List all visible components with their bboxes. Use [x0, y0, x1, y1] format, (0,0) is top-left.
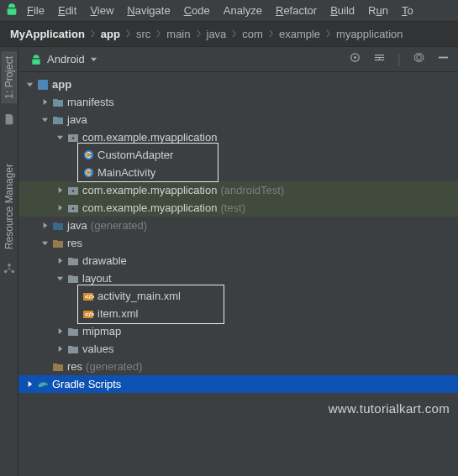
tree-node-java[interactable]: java: [18, 111, 458, 128]
crumb-app[interactable]: app: [97, 27, 124, 41]
svg-point-0: [8, 264, 11, 267]
folder-icon: [50, 238, 66, 248]
project-panel: Android | app manifests java com.example…: [18, 47, 458, 476]
tree-node-mainactivity[interactable]: MainActivity: [18, 164, 458, 181]
expand-down-icon: [39, 116, 50, 123]
chevron-right-icon: [268, 28, 274, 40]
svg-point-14: [72, 207, 75, 210]
folder-icon: [50, 221, 66, 231]
expand-right-icon: [54, 257, 66, 264]
svg-text:</>: </>: [85, 311, 94, 318]
xml-icon: </>: [81, 290, 96, 302]
crumb-java[interactable]: java: [203, 27, 230, 41]
project-tree[interactable]: app manifests java com.example.myapplica…: [18, 72, 458, 476]
android-studio-logo-icon: [5, 3, 18, 18]
tree-node-app[interactable]: app: [18, 76, 458, 93]
crumb-com[interactable]: com: [239, 27, 266, 41]
package-icon: [66, 133, 81, 143]
chevron-right-icon: [155, 28, 161, 40]
file-icon[interactable]: [3, 113, 15, 128]
expand-right-icon: [39, 222, 50, 229]
crumb-example[interactable]: example: [276, 27, 324, 41]
tree-node-drawable[interactable]: drawable: [18, 252, 458, 269]
tree-node-values[interactable]: values: [18, 340, 458, 358]
view-selector[interactable]: Android: [24, 51, 104, 67]
expand-right-icon: [54, 327, 66, 335]
tree-node-manifests[interactable]: manifests: [18, 93, 458, 111]
class-icon: [81, 149, 96, 160]
gradle-icon: [35, 379, 50, 390]
tree-node-gradle-scripts[interactable]: Gradle Scripts: [18, 375, 458, 393]
menu-build[interactable]: Build: [325, 3, 360, 18]
crumb-myapplication[interactable]: myapplication: [333, 27, 407, 41]
collapse-all-icon[interactable]: [373, 51, 386, 67]
view-selector-label: Android: [47, 53, 85, 65]
svg-point-12: [72, 190, 75, 192]
chevron-right-icon: [231, 28, 237, 40]
svg-rect-6: [38, 80, 48, 90]
triangle-down-icon: [90, 55, 97, 63]
svg-text:</>: </>: [85, 293, 94, 301]
folder-icon: [50, 115, 66, 125]
chevron-right-icon: [196, 28, 202, 40]
tree-node-mipmap[interactable]: mipmap: [18, 322, 458, 340]
chevron-right-icon: [90, 28, 96, 40]
tree-node-activity-main-xml[interactable]: </>activity_main.xml: [18, 287, 458, 305]
menu-code[interactable]: Code: [179, 3, 215, 18]
tree-node-customadapter[interactable]: CustomAdapter: [18, 146, 458, 164]
expand-down-icon: [54, 133, 66, 141]
expand-down-icon: [24, 81, 35, 88]
menu-run[interactable]: Run: [363, 3, 393, 18]
menu-refactor[interactable]: Refactor: [271, 3, 322, 18]
class-icon: [81, 167, 96, 178]
tree-node-pkg-main[interactable]: com.example.myapplication: [18, 128, 458, 146]
svg-point-4: [354, 56, 356, 59]
module-icon: [35, 79, 50, 91]
tree-node-item-xml[interactable]: </>item.xml: [18, 305, 458, 322]
svg-rect-5: [439, 57, 448, 59]
project-panel-toolbar: Android |: [18, 47, 458, 72]
expand-right-icon: [54, 186, 66, 194]
menu-view[interactable]: View: [85, 3, 118, 18]
chevron-right-icon: [325, 28, 331, 40]
expand-right-icon: [39, 98, 50, 106]
svg-point-8: [72, 137, 75, 139]
select-opened-file-icon[interactable]: [349, 51, 361, 67]
menu-analyze[interactable]: Analyze: [218, 3, 267, 18]
expand-down-icon: [39, 239, 50, 247]
expand-right-icon: [54, 204, 66, 212]
expand-right-icon: [24, 380, 35, 388]
expand-right-icon: [54, 345, 66, 353]
structure-icon[interactable]: [3, 263, 15, 278]
settings-icon[interactable]: [413, 51, 425, 67]
menu-tools[interactable]: To: [397, 3, 419, 18]
tree-node-pkg-test[interactable]: com.example.myapplication(test): [18, 199, 458, 217]
xml-icon: </>: [81, 308, 96, 320]
menu-file[interactable]: FFileile: [22, 3, 50, 18]
android-icon: [30, 54, 42, 65]
folder-icon: [50, 97, 66, 107]
menu-navigate[interactable]: Navigate: [122, 3, 175, 18]
tree-node-java-generated[interactable]: java(generated): [18, 217, 458, 234]
folder-icon: [66, 274, 81, 284]
hide-panel-icon[interactable]: [437, 51, 450, 67]
tool-tab-project[interactable]: 1: Project: [2, 52, 17, 103]
tool-tab-resource-manager[interactable]: Resource Manager: [3, 160, 16, 253]
tool-window-stripe-left: 1: Project Resource Manager: [0, 47, 18, 476]
expand-down-icon: [54, 275, 66, 282]
nav-breadcrumb: MyApplication app src main java com exam…: [0, 22, 458, 47]
tree-node-res-generated[interactable]: res(generated): [18, 358, 458, 375]
tree-node-res[interactable]: res: [18, 234, 458, 252]
folder-icon: [50, 362, 66, 372]
package-icon: [66, 203, 81, 213]
chevron-right-icon: [125, 28, 131, 40]
folder-icon: [66, 256, 81, 266]
crumb-main[interactable]: main: [163, 27, 193, 41]
crumb-project[interactable]: MyApplication: [7, 27, 88, 41]
tree-node-layout[interactable]: layout: [18, 269, 458, 287]
menu-bar: FFileile Edit View Navigate Code Analyze…: [0, 0, 458, 22]
tree-node-pkg-androidtest[interactable]: com.example.myapplication(androidTest): [18, 181, 458, 199]
folder-icon: [66, 344, 81, 354]
menu-edit[interactable]: Edit: [53, 3, 82, 18]
crumb-src[interactable]: src: [133, 27, 154, 41]
